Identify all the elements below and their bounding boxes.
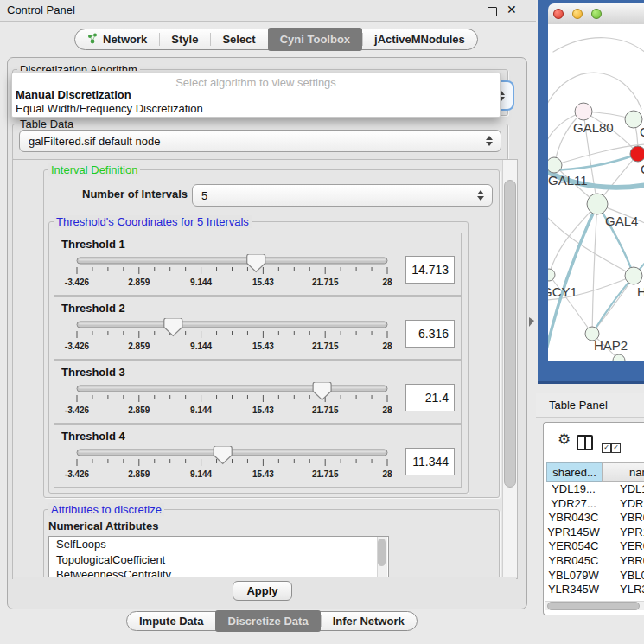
network-canvas[interactable]: GAL80GACGAL11GAL4GCY1HHAP2 bbox=[548, 24, 644, 361]
threshold-label: Threshold 3 bbox=[61, 366, 125, 379]
tab-select[interactable]: Select bbox=[210, 29, 267, 49]
top-tab-bar: NetworkStyleSelectCyni ToolboxjActiveMNo… bbox=[74, 29, 478, 50]
table-header-name[interactable]: name bbox=[602, 462, 644, 482]
network-node bbox=[625, 267, 642, 284]
table-data-combo[interactable]: galFiltered.sif default node bbox=[19, 130, 501, 152]
table-cell-shared[interactable]: YBL079W bbox=[546, 569, 601, 583]
algorithm-dropdown-popup: Select algorithm to view settings Manual… bbox=[11, 73, 501, 118]
svg-text:28: 28 bbox=[382, 405, 392, 415]
threshold-value-field[interactable]: 14.713 bbox=[405, 256, 455, 284]
intervals-stepper-icon bbox=[476, 190, 484, 201]
svg-text:2.859: 2.859 bbox=[128, 469, 150, 479]
close-icon[interactable]: ✕ bbox=[507, 3, 517, 16]
thresholds-group-label: Threshold's Coordinates for 5 Intervals bbox=[54, 215, 252, 228]
threshold-value-field[interactable]: 6.316 bbox=[405, 320, 455, 348]
svg-text:9.144: 9.144 bbox=[190, 277, 212, 287]
minimize-traffic-light-icon[interactable] bbox=[572, 9, 583, 19]
network-icon bbox=[87, 33, 98, 47]
svg-text:GAL4: GAL4 bbox=[605, 214, 638, 228]
svg-text:-3.426: -3.426 bbox=[65, 405, 90, 415]
network-node bbox=[630, 146, 644, 162]
attributes-scrollbar-thumb[interactable] bbox=[378, 539, 386, 566]
table-cell-shared[interactable]: YDR27... bbox=[546, 497, 601, 512]
svg-text:28: 28 bbox=[382, 469, 392, 479]
table-cell-shared[interactable]: YIL052C bbox=[546, 597, 601, 600]
table-cell-name[interactable]: YPR1 bbox=[620, 526, 644, 540]
svg-text:2.859: 2.859 bbox=[128, 341, 150, 351]
table-cell-shared[interactable]: YDL19... bbox=[546, 482, 601, 497]
svg-text:21.715: 21.715 bbox=[312, 469, 339, 479]
split-columns-icon[interactable] bbox=[577, 435, 593, 450]
table-cell-shared[interactable]: YBR043C bbox=[546, 511, 601, 526]
tab-infer-network[interactable]: Infer Network bbox=[321, 612, 417, 630]
tab-network[interactable]: Network bbox=[75, 29, 159, 49]
algorithm-option[interactable]: Manual Discretization bbox=[16, 88, 131, 101]
table-data-value: galFiltered.sif default node bbox=[29, 135, 160, 148]
svg-text:GAL11: GAL11 bbox=[548, 173, 588, 188]
svg-text:15.43: 15.43 bbox=[252, 469, 274, 479]
tab-label: Impute Data bbox=[139, 615, 203, 628]
threshold-value-field[interactable]: 11.344 bbox=[405, 448, 455, 475]
table-cell-shared[interactable]: YPR145W bbox=[546, 526, 601, 540]
checkbox-icons[interactable]: ✓✓ bbox=[602, 437, 621, 453]
slider-thumb bbox=[313, 382, 331, 400]
threshold-slider[interactable]: -3.4262.8599.14415.4321.71528 bbox=[54, 318, 461, 358]
bottom-tab-bar: Impute DataDiscretize DataInfer Network bbox=[126, 611, 418, 631]
tab-label: Style bbox=[171, 33, 198, 46]
tab-jactivemnodules[interactable]: jActiveMNodules bbox=[362, 29, 477, 49]
attribute-item[interactable]: TopologicalCoefficient bbox=[49, 552, 388, 568]
table-cell-shared[interactable]: YLR345W bbox=[546, 583, 601, 597]
number-of-intervals-combo[interactable]: 5 bbox=[192, 184, 493, 207]
svg-text:15.43: 15.43 bbox=[252, 277, 274, 287]
threshold-slider[interactable]: -3.4262.8599.14415.4321.71528 bbox=[54, 446, 461, 486]
table-data-stepper-icon bbox=[485, 136, 493, 146]
svg-text:9.144: 9.144 bbox=[190, 469, 212, 479]
close-traffic-light-icon[interactable] bbox=[553, 9, 564, 19]
table-cell-name[interactable]: YLR3 bbox=[620, 583, 644, 597]
threshold-value-field[interactable]: 21.4 bbox=[405, 384, 455, 411]
float-window-icon[interactable] bbox=[488, 7, 497, 16]
control-panel-header bbox=[0, 0, 536, 22]
svg-text:-3.426: -3.426 bbox=[65, 341, 90, 351]
svg-text:GCY1: GCY1 bbox=[548, 284, 577, 299]
table-cell-name[interactable]: YBL0 bbox=[620, 569, 644, 583]
svg-text:15.43: 15.43 bbox=[252, 341, 274, 351]
table-cell-name[interactable]: YER0 bbox=[620, 539, 644, 554]
tab-style[interactable]: Style bbox=[159, 29, 210, 49]
svg-text:9.144: 9.144 bbox=[190, 341, 212, 351]
algorithm-option[interactable]: Equal Width/Frequency Discretization bbox=[16, 102, 203, 115]
table-header-shared[interactable]: shared... bbox=[546, 462, 603, 482]
network-node bbox=[587, 194, 608, 214]
table-cell-name[interactable]: YDL1 bbox=[620, 482, 644, 497]
table-cell-name[interactable]: YBR0 bbox=[620, 511, 644, 526]
tab-label: Discretize Data bbox=[227, 615, 308, 628]
slider-thumb bbox=[164, 318, 182, 336]
table-rows[interactable]: YDL19...YDL1YDR27...YDR2YBR043CYBR0YPR14… bbox=[536, 482, 644, 600]
table-cell-name[interactable]: YDR2 bbox=[620, 497, 644, 512]
threshold-slider[interactable]: -3.4262.8599.14415.4321.71528 bbox=[54, 382, 461, 422]
svg-text:15.43: 15.43 bbox=[252, 405, 274, 415]
algorithm-placeholder: Select algorithm to view settings bbox=[12, 76, 500, 89]
attribute-item[interactable]: SelfLoops bbox=[49, 537, 388, 552]
svg-text:2.859: 2.859 bbox=[128, 277, 150, 287]
table-cell-shared[interactable]: YER054C bbox=[546, 539, 601, 554]
mouse-cursor bbox=[529, 317, 534, 327]
tab-label: Infer Network bbox=[333, 615, 405, 628]
numerical-attributes-label: Numerical Attributes bbox=[48, 520, 158, 532]
gear-icon[interactable]: ⚙ bbox=[558, 433, 571, 447]
table-hscrollbar-thumb[interactable] bbox=[547, 602, 640, 610]
tab-impute-data[interactable]: Impute Data bbox=[127, 612, 215, 630]
tab-cyni-toolbox[interactable]: Cyni Toolbox bbox=[268, 28, 362, 51]
slider-thumb bbox=[247, 254, 265, 272]
interval-definition-label: Interval Definition bbox=[48, 163, 140, 176]
apply-button[interactable]: Apply bbox=[233, 581, 292, 601]
zoom-traffic-light-icon[interactable] bbox=[591, 9, 602, 19]
threshold-slider[interactable]: -3.4262.8599.14415.4321.71528 bbox=[54, 254, 461, 294]
table-cell-name[interactable]: YBR0 bbox=[620, 554, 644, 569]
tab-discretize-data[interactable]: Discretize Data bbox=[215, 610, 320, 632]
table-cell-shared[interactable]: YBR045C bbox=[546, 554, 601, 569]
settings-scrollbar-thumb[interactable] bbox=[504, 180, 516, 488]
table-cell-name[interactable]: YIL0 bbox=[620, 597, 643, 600]
threshold-box: Threshold 2-3.4262.8599.14415.4321.71528… bbox=[54, 296, 462, 360]
threshold-box: Threshold 3-3.4262.8599.14415.4321.71528… bbox=[54, 360, 462, 424]
